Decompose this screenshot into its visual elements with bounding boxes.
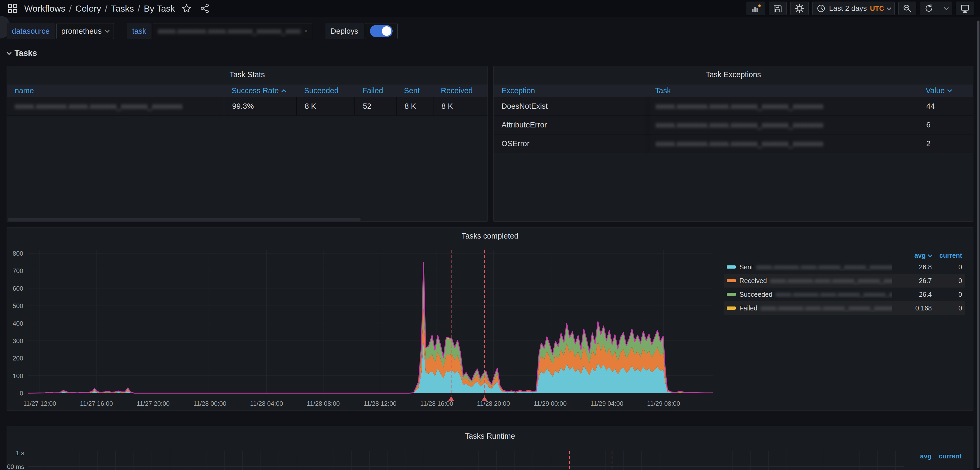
table-row[interactable]: DoesNotExistxxxxx.xxxxxxxx.xxxxx.xxxxxxx… <box>493 97 973 116</box>
cell: 6 <box>918 116 973 134</box>
svg-text:600: 600 <box>13 285 23 292</box>
legend-avg-value: 0.168 <box>892 304 932 312</box>
svg-text:1 s: 1 s <box>16 449 24 457</box>
star-icon[interactable] <box>180 2 193 15</box>
horizontal-scrollbar[interactable] <box>8 218 361 221</box>
zoom-out-icon <box>902 3 912 13</box>
variable-label: datasource <box>6 23 55 39</box>
cell-masked: xxxxx.xxxxxxxx.xxxxx.xxxxxxx_xxxxxxx_xxx… <box>647 116 918 134</box>
task-select[interactable]: xxxxx.xxxxxxxx.xxxxx.xxxxxxx_xxxxxxx_xxx… <box>153 23 312 39</box>
dashboard-submenu: datasource prometheus task xxxxx.xxxxxxx… <box>6 23 398 39</box>
legend-header-avg[interactable]: avg <box>892 252 932 259</box>
zoom-out-button[interactable] <box>898 2 916 15</box>
legend-avg-value: 26.4 <box>892 291 932 299</box>
panel-title[interactable]: Task Stats <box>7 70 487 79</box>
table-header-row: ExceptionTaskValue <box>493 84 973 97</box>
column-header-name[interactable]: name <box>7 84 224 97</box>
legend-row: Failedxxxxx.xxxxxxxx.xxxxx.xxxxxxx_xxxxx… <box>724 301 965 315</box>
deploys-toggle[interactable] <box>370 25 393 37</box>
panel-tasks-runtime: Tasks Runtime 1 s500 ms avg current <box>6 426 974 470</box>
legend-header-avg[interactable]: avg <box>920 453 932 460</box>
add-panel-icon <box>751 3 761 14</box>
chevron-down-icon <box>886 5 891 10</box>
svg-text:500: 500 <box>13 302 23 310</box>
table-row[interactable]: xxxxx.xxxxxxxx.xxxxx.xxxxxxx_xxxxxxx_xxx… <box>7 97 487 116</box>
cell-masked: xxxxx.xxxxxxxx.xxxxx.xxxxxxx_xxxxxxx_xxx… <box>7 97 224 115</box>
legend-row: Succeededxxxxx.xxxxxxxx.xxxxx.xxxxxxx_xx… <box>724 287 965 301</box>
breadcrumb-separator: / <box>138 3 140 14</box>
deploys-annotation-control: Deploys <box>325 23 398 39</box>
panel-tasks-completed: Tasks completed 010020030040050060070080… <box>6 227 974 411</box>
collapse-chevron-icon <box>6 50 11 55</box>
cell-masked: xxxxx.xxxxxxxx.xxxxx.xxxxxxx_xxxxxxx_xxx… <box>647 135 918 153</box>
column-header-received[interactable]: Received <box>433 84 487 97</box>
time-range-picker[interactable]: Last 2 days UTC <box>812 2 895 15</box>
legend-series-label[interactable]: Sent <box>740 263 753 271</box>
kiosk-mode-button[interactable] <box>956 2 974 15</box>
panel-task-stats: Task Stats nameSuccess RateSuceededFaile… <box>6 66 488 222</box>
column-header-success-rate[interactable]: Success Rate <box>224 84 296 97</box>
refresh-button-group <box>920 2 952 15</box>
svg-text:500 ms: 500 ms <box>7 463 24 470</box>
legend-series: Receivedxxxxx.xxxxxxxx.xxxxx.xxxxxxx_xxx… <box>727 277 892 285</box>
svg-text:11/28 12:00: 11/28 12:00 <box>364 400 396 407</box>
legend-series-label[interactable]: Received <box>740 277 767 285</box>
share-icon[interactable] <box>198 2 212 15</box>
breadcrumb-item[interactable]: By Task <box>144 3 175 14</box>
legend-header-current[interactable]: current <box>932 252 962 259</box>
breadcrumb-item[interactable]: Tasks <box>111 3 134 14</box>
row-header-tasks[interactable]: Tasks <box>7 48 37 58</box>
cell: OSError <box>493 135 647 153</box>
panel-title[interactable]: Task Exceptions <box>493 70 973 79</box>
legend-header-current[interactable]: current <box>939 453 962 460</box>
panel-task-exceptions: Task Exceptions ExceptionTaskValueDoesNo… <box>493 66 974 222</box>
refresh-interval-dropdown[interactable] <box>941 2 952 15</box>
legend-avg-value: 26.7 <box>892 277 932 285</box>
toggle-knob <box>382 26 391 36</box>
option-indicator-icon <box>305 30 307 32</box>
legend-series-label[interactable]: Failed <box>740 304 757 312</box>
sort-caret-icon <box>281 89 286 94</box>
legend-series: Succeededxxxxx.xxxxxxxx.xxxxx.xxxxxxx_xx… <box>727 291 892 299</box>
legend-series-label[interactable]: Succeeded <box>740 291 772 299</box>
svg-text:11/28 08:00: 11/28 08:00 <box>307 400 340 407</box>
variable-label: task <box>127 23 151 39</box>
column-header-sent[interactable]: Sent <box>396 84 433 97</box>
cell: AttributeError <box>493 116 647 134</box>
table-header-row: nameSuccess RateSuceededFailedSentReceiv… <box>7 84 487 97</box>
column-header-value[interactable]: Value <box>918 84 973 97</box>
legend-series: Sentxxxxx.xxxxxxxx.xxxxx.xxxxxxx_xxxxxxx… <box>727 263 892 271</box>
column-header-exception[interactable]: Exception <box>493 84 647 97</box>
column-header-task[interactable]: Task <box>647 84 918 97</box>
time-range-label: Last 2 days <box>829 4 867 13</box>
apps-grid-icon[interactable] <box>6 2 19 15</box>
tasks-runtime-chart[interactable]: 1 s500 ms <box>7 426 974 470</box>
task-value-masked: xxxxx.xxxxxxxx.xxxxx.xxxxxxx_xxxxxxx_xxx… <box>158 27 301 35</box>
vertical-scrollbar[interactable] <box>977 21 980 468</box>
variable-task: task xxxxx.xxxxxxxx.xxxxx.xxxxxxx_xxxxxx… <box>127 23 312 39</box>
cell: 2 <box>918 135 973 153</box>
cell: 99.3% <box>224 97 296 115</box>
dashboard-settings-button[interactable] <box>790 2 809 15</box>
legend-avg-value: 26.8 <box>892 263 932 271</box>
task-stats-table: nameSuccess RateSuceededFailedSentReceiv… <box>7 84 487 116</box>
datasource-select[interactable]: prometheus <box>56 23 114 39</box>
save-dashboard-button[interactable] <box>768 2 787 15</box>
add-panel-button[interactable] <box>746 2 765 15</box>
breadcrumb-item[interactable]: Workflows <box>24 3 65 14</box>
svg-text:11/27 12:00: 11/27 12:00 <box>23 400 56 407</box>
cell-masked: xxxxx.xxxxxxxx.xxxxx.xxxxxxx_xxxxxxx_xxx… <box>647 97 918 115</box>
column-header-succeeded[interactable]: Suceeded <box>296 84 355 97</box>
table-row[interactable]: OSErrorxxxxx.xxxxxxxx.xxxxx.xxxxxxx_xxxx… <box>493 135 973 153</box>
table-row[interactable]: AttributeErrorxxxxx.xxxxxxxx.xxxxx.xxxxx… <box>493 116 973 135</box>
legend-header-row: avgcurrent <box>724 251 965 260</box>
column-header-label: name <box>15 86 34 95</box>
breadcrumb-item[interactable]: Celery <box>75 3 101 14</box>
cell: 8 K <box>396 97 433 115</box>
refresh-button[interactable] <box>920 2 937 15</box>
series-color-swatch <box>727 265 736 268</box>
column-header-failed[interactable]: Failed <box>355 84 396 97</box>
svg-text:300: 300 <box>13 337 23 345</box>
column-header-label: Sent <box>404 86 420 95</box>
deploys-toggle-box <box>365 23 398 39</box>
